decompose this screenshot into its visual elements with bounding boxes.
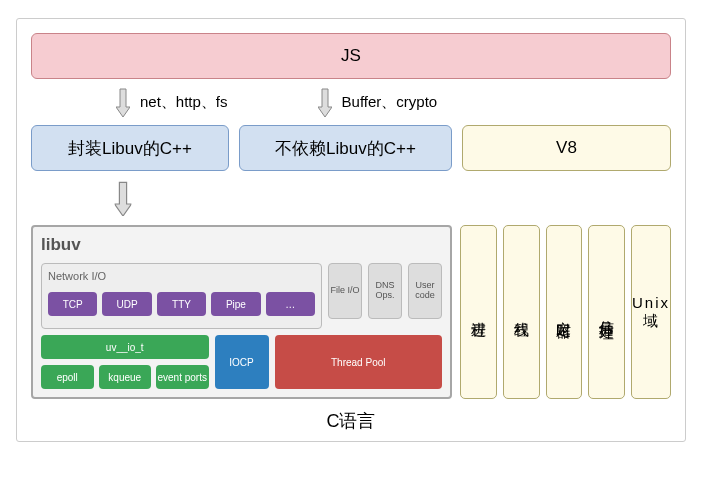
col-process: 进程: [460, 225, 497, 399]
libuv-title: libuv: [41, 235, 442, 255]
chip-epoll: epoll: [41, 365, 94, 389]
arrow-row-2: [31, 171, 671, 225]
chip-uv-io: uv__io_t: [41, 335, 209, 359]
arrow-down-icon: [116, 87, 130, 117]
layer-cpp-row: 封装Libuv的C++ 不依赖Libuv的C++ V8: [31, 125, 671, 171]
arrow-label-right: Buffer、crypto: [342, 93, 438, 112]
network-io-box: Network I/O TCP UDP TTY Pipe …: [41, 263, 322, 329]
chip-tcp: TCP: [48, 292, 97, 316]
chip-kqueue: kqueue: [99, 365, 152, 389]
chip-pipe: Pipe: [211, 292, 260, 316]
grey-file-io: File I/O: [328, 263, 362, 319]
chip-more: …: [266, 292, 315, 316]
chip-iocp: IOCP: [215, 335, 269, 389]
grey-user-code: User code: [408, 263, 442, 319]
chip-udp: UDP: [102, 292, 151, 316]
box-cpp-no-libuv: 不依赖Libuv的C++: [239, 125, 452, 171]
layer-js: JS: [31, 33, 671, 79]
network-io-title: Network I/O: [48, 270, 315, 282]
arrow-row-1: net、http、fs Buffer、crypto: [31, 79, 671, 125]
box-v8: V8: [462, 125, 671, 171]
layer-c-label: C语言: [31, 409, 671, 433]
chip-tty: TTY: [157, 292, 206, 316]
chip-event-ports: event ports: [156, 365, 209, 389]
arrow-down-icon: [318, 87, 332, 117]
chip-thread-pool: Thread Pool: [275, 335, 443, 389]
layer-c-row: libuv Network I/O TCP UDP TTY Pipe …: [31, 225, 671, 399]
arrow-label-left: net、http、fs: [140, 93, 228, 112]
side-columns: 进程 线程 定时器 信号处理 Unix域: [460, 225, 671, 399]
arrow-down-icon: [115, 180, 132, 216]
col-thread: 线程: [503, 225, 540, 399]
col-signal: 信号处理: [588, 225, 625, 399]
box-v8-label: V8: [556, 138, 577, 158]
col-unix-domain: Unix域: [631, 225, 671, 399]
box-cpp-libuv: 封装Libuv的C++: [31, 125, 229, 171]
grey-dns-ops: DNS Ops.: [368, 263, 402, 319]
box-cpp-libuv-label: 封装Libuv的C++: [68, 137, 192, 160]
libuv-box: libuv Network I/O TCP UDP TTY Pipe …: [31, 225, 452, 399]
layer-js-label: JS: [341, 46, 361, 66]
col-timer: 定时器: [546, 225, 583, 399]
netio-top-row: TCP UDP TTY Pipe …: [48, 292, 315, 316]
box-cpp-no-libuv-label: 不依赖Libuv的C++: [275, 137, 416, 160]
architecture-diagram: JS net、http、fs Buffer、crypto 封装Libuv的C++…: [16, 18, 686, 442]
